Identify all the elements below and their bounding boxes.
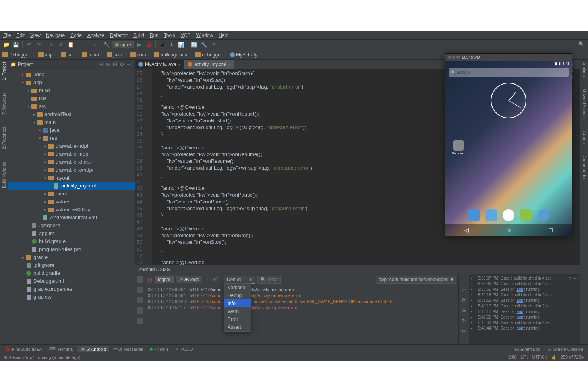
- tree-node[interactable]: ▸ drawable-hdpi: [8, 142, 135, 150]
- tool-tab-commander[interactable]: Commander: [582, 156, 587, 180]
- android-emulator-window[interactable]: 5554:AVD ▮ ▮ 5:43 🔍 Google Camera: [445, 53, 572, 236]
- tree-node[interactable]: ▸ java: [8, 126, 135, 134]
- sync-icon[interactable]: 🔄: [190, 41, 198, 49]
- tree-node[interactable]: ▸ drawable-xhdpi: [8, 158, 135, 166]
- run-config-combo[interactable]: ▣ app ▾: [112, 41, 134, 48]
- editor-tab[interactable]: activity_my.xml×: [184, 60, 234, 69]
- camera-app-icon[interactable]: [453, 140, 464, 151]
- bottom-tab[interactable]: 🐞 FindBugs-IDEA: [2, 346, 45, 352]
- tree-node[interactable]: ▾ src: [8, 102, 135, 110]
- menu-edit[interactable]: Edit: [16, 33, 25, 38]
- restart-icon[interactable]: ↻: [461, 318, 467, 324]
- adb-logs-tab[interactable]: ADB logs: [176, 276, 202, 283]
- menu-build[interactable]: Build: [133, 33, 144, 38]
- tree-node[interactable]: ▸ menu: [8, 190, 135, 198]
- bottom-tab[interactable]: ▤ Gradle Console: [544, 346, 586, 352]
- tree-node[interactable]: ▾ main: [8, 118, 135, 126]
- clock-widget[interactable]: [491, 83, 526, 118]
- menu-analyze[interactable]: Analyze: [87, 33, 104, 38]
- tool-tab-gradle[interactable]: Gradle: [582, 131, 587, 144]
- tree-node[interactable]: ▸ values-w820dp: [8, 206, 135, 214]
- tool-tab-build-variants[interactable]: Build Variants: [2, 162, 6, 188]
- log-level-combo[interactable]: Debug ▼ VerboseDebugInfoWarnErrorAssert: [224, 276, 255, 284]
- file-encoding[interactable]: UTF-8 :: [532, 355, 547, 360]
- bottom-tab[interactable]: ✉ 0: Messages: [110, 346, 146, 352]
- autoscroll-icon[interactable]: ⊕: [104, 61, 111, 68]
- collapse-icon[interactable]: ⊟: [97, 61, 104, 68]
- log-level-option[interactable]: Info: [224, 299, 251, 307]
- screenshot-icon[interactable]: [137, 276, 143, 283]
- phone-icon[interactable]: [468, 209, 480, 221]
- tree-node[interactable]: .gitignore: [8, 261, 135, 269]
- hide-icon[interactable]: →|: [126, 61, 132, 68]
- emulator-screen[interactable]: ▮ ▮ 5:43 🔍 Google Camera ◁ ○ □: [445, 61, 572, 236]
- browser-icon[interactable]: [538, 209, 549, 221]
- log-level-option[interactable]: Error: [224, 315, 251, 323]
- tree-node[interactable]: proguard-rules.pro: [8, 245, 135, 253]
- log-level-dropdown[interactable]: VerboseDebugInfoWarnErrorAssert: [224, 283, 251, 332]
- breadcrumb-segment[interactable]: src: [61, 52, 74, 58]
- open-icon[interactable]: 📁: [2, 41, 10, 49]
- google-search-widget[interactable]: 🔍 Google: [449, 68, 569, 77]
- search-icon[interactable]: 🔍: [578, 41, 586, 48]
- bottom-tab[interactable]: ▤ Event Log: [512, 346, 544, 352]
- apps-icon[interactable]: [503, 209, 514, 221]
- device-icon[interactable]: ▤: [148, 277, 152, 282]
- android-dock[interactable]: [445, 207, 572, 224]
- menu-refactor[interactable]: Refactor: [110, 33, 128, 38]
- log-level-option[interactable]: Debug: [224, 292, 251, 299]
- bottom-tab[interactable]: ⌨ Terminal: [46, 346, 77, 352]
- cut-icon[interactable]: ✂: [48, 41, 56, 49]
- breadcrumb-segment[interactable]: debugger: [195, 52, 222, 58]
- tree-node[interactable]: ▾ layout: [8, 174, 135, 182]
- menu-tools[interactable]: Tools: [164, 33, 175, 38]
- messaging-icon[interactable]: [520, 209, 532, 221]
- log-level-option[interactable]: Assert: [224, 323, 251, 331]
- tool-tab-jenkins[interactable]: Jenkins: [582, 62, 587, 77]
- breadcrumb-segment[interactable]: com: [130, 52, 146, 58]
- record-icon[interactable]: [137, 287, 143, 293]
- tree-node[interactable]: ▸ drawable-mdpi: [8, 150, 135, 158]
- editor-tab[interactable]: MyActivity.java×: [135, 60, 184, 69]
- home-icon[interactable]: ○: [507, 227, 511, 233]
- close-icon[interactable]: ×: [228, 62, 230, 67]
- breadcrumb-segment[interactable]: Debugger: [2, 52, 30, 58]
- tree-node[interactable]: ▾ app: [8, 79, 135, 87]
- gear-icon[interactable]: ⚙ →|: [568, 276, 578, 281]
- tree-node[interactable]: ▾ res: [8, 134, 135, 142]
- undo-icon[interactable]: ↶: [25, 41, 33, 49]
- project-tree[interactable]: ▸ .idea ▾ app ▸ build libs ▾ src ▸ andro…: [8, 69, 135, 344]
- tree-node[interactable]: ▸ .idea: [8, 71, 135, 79]
- tree-node[interactable]: libs: [8, 95, 135, 102]
- menu-run[interactable]: Run: [150, 33, 159, 38]
- logcat-search[interactable]: 🔍 error: [257, 276, 280, 284]
- tree-node[interactable]: .gitignore: [8, 222, 135, 230]
- tree-node[interactable]: activity_my.xml: [8, 182, 135, 190]
- tool-tab----favorites[interactable]: 2: Favorites: [2, 127, 6, 149]
- app-filter-combo[interactable]: app: com.nullcognition.debugger ▼: [376, 276, 456, 284]
- save-icon[interactable]: 💾: [12, 41, 20, 49]
- tree-node[interactable]: gradlew: [8, 293, 135, 301]
- tree-node[interactable]: app.iml: [8, 230, 135, 238]
- contacts-icon[interactable]: [485, 209, 497, 221]
- help-icon[interactable]: ?: [209, 41, 217, 49]
- settings-icon[interactable]: 🔧: [200, 41, 208, 49]
- recents-icon[interactable]: □: [549, 227, 552, 233]
- menu-code[interactable]: Code: [70, 33, 82, 38]
- tree-node[interactable]: AndroidManifest.xml: [8, 214, 135, 222]
- event-log[interactable]: ⚙ →| ▪5:38:07 PMGradle build finished in…: [469, 274, 580, 344]
- paste-icon[interactable]: 📋: [67, 41, 75, 49]
- dump-icon[interactable]: [137, 307, 143, 314]
- menu-view[interactable]: View: [30, 33, 41, 38]
- sdk-icon[interactable]: ⬇: [168, 41, 176, 49]
- menu-file[interactable]: File: [3, 33, 11, 38]
- menu-window[interactable]: Window: [196, 33, 213, 38]
- tree-node[interactable]: ▸ build: [8, 87, 135, 95]
- tree-node[interactable]: ▸ values: [8, 198, 135, 206]
- print-icon[interactable]: 🖶: [461, 307, 467, 314]
- tool-tab----structure[interactable]: 7: Structure: [2, 92, 6, 115]
- lock-icon[interactable]: 🔒: [551, 355, 557, 360]
- menu-help[interactable]: Help: [219, 33, 228, 38]
- breadcrumb-segment[interactable]: java: [107, 52, 122, 58]
- breadcrumb-segment[interactable]: MyActivity: [230, 52, 257, 58]
